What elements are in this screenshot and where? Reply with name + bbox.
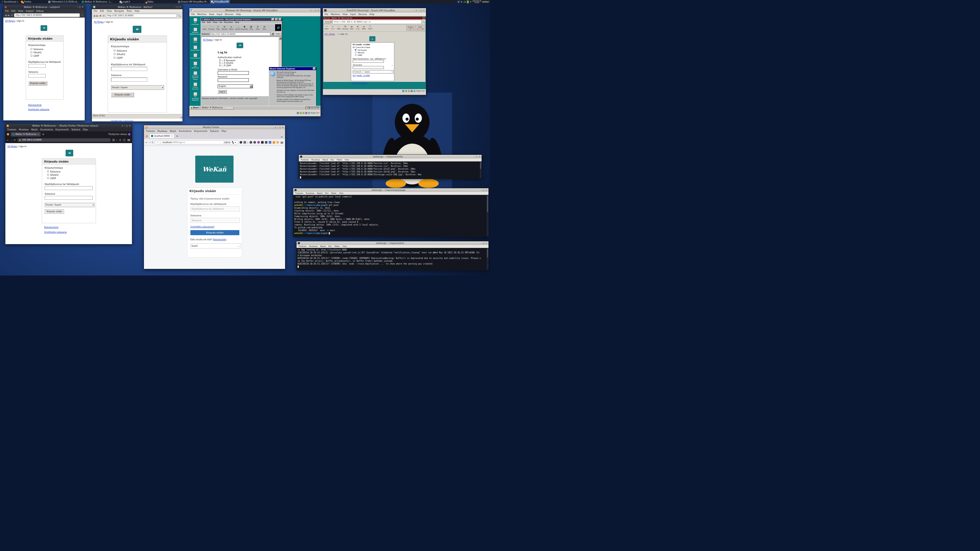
extension-fox-icon[interactable]	[272, 141, 275, 144]
menu-tools[interactable]: Tools	[127, 10, 132, 12]
taskbar-item-firefox[interactable]: 3 Firefox	[20, 0, 32, 3]
page-info-icon[interactable]: ▢	[159, 141, 162, 144]
menu-edit[interactable]: Edit	[11, 10, 15, 12]
taskbar-item-virtualboxvm[interactable]: 2 VirtualBoxVM	[210, 0, 230, 3]
menu-ohje[interactable]: Ohje	[339, 192, 343, 194]
menu-ohje[interactable]: Ohje	[221, 130, 226, 132]
menu-etsi[interactable]: Etsi	[328, 245, 332, 248]
forward-icon[interactable]: →	[149, 141, 151, 144]
minimize-icon[interactable]: –	[418, 9, 419, 11]
close-icon[interactable]: ✕	[282, 126, 284, 129]
back-button[interactable]: ⬅Back	[324, 25, 329, 30]
scrollbar[interactable]	[480, 162, 482, 178]
shade-icon[interactable]: ∧	[121, 125, 123, 127]
extension-s-icon[interactable]: S	[250, 141, 252, 144]
maximize-icon[interactable]: □	[79, 6, 81, 8]
taskbar-task-button[interactable]: WeKan ® Multiverse ...	[200, 106, 234, 110]
search-button[interactable]: 🔍Search	[235, 25, 241, 30]
maximize-icon[interactable]: □	[483, 242, 485, 245]
back-icon[interactable]: ←	[145, 141, 148, 144]
forgot-password-link[interactable]: Unohtuiko salasana	[44, 231, 67, 233]
vbox-titlebar[interactable]: Windows 95 [Running] - Oracle VM Virtual…	[189, 8, 321, 13]
menu-file[interactable]: File	[5, 10, 9, 12]
menu-muokkaa[interactable]: Muokkaa	[306, 192, 314, 194]
terminal-output[interactable]: => App running at: http://localhost:4000…	[297, 248, 488, 270]
close-icon[interactable]: ✕	[318, 9, 319, 11]
close-icon[interactable]: ✕	[479, 156, 480, 158]
menu-go[interactable]: Go	[220, 21, 222, 24]
favorites-button[interactable]: ✱Favorites	[242, 25, 248, 30]
extension-ublock-origin-icon[interactable]	[257, 141, 260, 144]
menu-devices[interactable]: Devices	[358, 13, 367, 16]
win95-desktop-icon[interactable]: My Computer	[190, 18, 200, 25]
menu-file[interactable]: File	[325, 13, 328, 16]
bookmark-star-icon[interactable]: ☆	[81, 14, 83, 17]
ie-titlebar[interactable]: WeKan ® Multiverse - Microsoft Internet …	[201, 18, 282, 21]
mail-button[interactable]: ✉Mail	[261, 25, 267, 30]
radio-ldap[interactable]: LDAP	[47, 177, 93, 179]
home-button[interactable]: ⌂Home	[228, 25, 234, 30]
back-icon[interactable]: ←	[7, 139, 9, 141]
resize-grip[interactable]	[180, 116, 182, 118]
tools-button[interactable]: 🔧Tools	[367, 25, 373, 30]
win95-desktop-icon[interactable]: The Internet	[190, 53, 200, 59]
minimize-icon[interactable]: –	[313, 9, 313, 11]
minimize-icon[interactable]: –	[277, 126, 278, 129]
dillo-url-input[interactable]: http://192.168.0.20:8000/sign-in	[332, 20, 422, 24]
firefox-private-titlebar[interactable]: WeKan ® Multiverse — Mozilla Firefox (Yk…	[5, 124, 132, 128]
menu-sivuhistoria[interactable]: Sivuhistoria	[179, 130, 191, 132]
close-icon[interactable]: ✕	[82, 6, 83, 8]
signin-button[interactable]: Kirjaudu sisään	[190, 230, 239, 235]
menu-muokkaa[interactable]: Muokkaa	[19, 128, 29, 131]
print-button[interactable]: 🖶Print	[248, 25, 254, 30]
close-icon[interactable]: ✕	[279, 18, 282, 21]
locale-select[interactable]: Finnish / Suomi▾	[353, 70, 393, 73]
new-tab-button[interactable]: +	[42, 133, 45, 136]
taskbar-item-nsgtk3[interactable]: 2 nsgtk3	[118, 0, 131, 3]
username-input[interactable]	[28, 64, 46, 68]
save-button[interactable]: ▤Save	[349, 25, 355, 30]
menu-kirjanmerkit[interactable]: Kirjanmerkit	[194, 130, 207, 132]
menu-nayta[interactable]: Näytä	[320, 245, 326, 248]
menu-edit[interactable]: Edit	[207, 21, 211, 24]
reader-mode-icon[interactable]: ▚	[232, 141, 234, 144]
ladybird-url-input[interactable]: http://192.168.0.20:8000/	[14, 13, 80, 17]
radio-oauth2[interactable]: OAuth2	[355, 52, 393, 54]
radio-salasana[interactable]: Salasana	[47, 170, 93, 173]
tab-close-icon[interactable]: ✕	[37, 133, 39, 135]
register-link[interactable]: Rekisteröidy	[213, 238, 226, 241]
vbox-titlebar[interactable]: DOS FreeDOS [Running] - Oracle VM Virtua…	[323, 8, 426, 13]
minimize-icon[interactable]: –	[175, 6, 176, 8]
close-icon[interactable]: ✕	[485, 242, 487, 245]
radio-oauth2[interactable]: OAuth2	[30, 51, 61, 54]
minimize-icon[interactable]: –	[77, 6, 78, 8]
terminal-output[interactable]: ResourceLoader: Finished load of: "http:…	[299, 162, 482, 179]
radio-ldap[interactable]: LDAP	[114, 57, 164, 59]
username-input[interactable]	[111, 67, 147, 71]
language-select[interactable]: English▼	[218, 84, 253, 88]
locale-select[interactable]: Finnish / Suomi▾	[111, 85, 164, 90]
extension-grid-icon[interactable]	[123, 139, 126, 141]
close-icon[interactable]: ✕	[180, 6, 181, 8]
minimize-icon[interactable]: –	[480, 189, 482, 191]
menu-tiedosto[interactable]: Tiedosto	[298, 245, 307, 248]
radio-ldap[interactable]: Â ○ Â LDAP	[219, 65, 231, 67]
menu-ohje[interactable]: Ohje	[83, 128, 88, 131]
username-input[interactable]	[45, 186, 93, 190]
signin-button[interactable]: Kirjaudu sisään	[45, 210, 64, 214]
active-tab[interactable]: WeKan ® Multiverse ✕	[11, 132, 41, 137]
menu-nayta[interactable]: Näytä	[322, 159, 328, 161]
font-button[interactable]: AFont	[255, 25, 261, 30]
battery-icon[interactable]	[467, 0, 469, 3]
menu-file[interactable]: File	[94, 10, 97, 12]
new-tab-button[interactable]: +	[176, 135, 178, 138]
minimize-icon[interactable]: –	[480, 242, 482, 245]
extension-checkbox-icon[interactable]	[243, 141, 246, 144]
extension-card-icon[interactable]	[265, 141, 267, 144]
menu-view[interactable]: View	[213, 21, 218, 24]
shade-icon[interactable]: ∧	[310, 9, 312, 11]
ie-url-input[interactable]: http://192.168.0.20:8000/	[210, 32, 270, 36]
password-input[interactable]	[218, 78, 249, 82]
menu-paate[interactable]: Pääte	[334, 245, 340, 248]
tab-list-dropdown-icon[interactable]: ⌄	[280, 134, 283, 138]
